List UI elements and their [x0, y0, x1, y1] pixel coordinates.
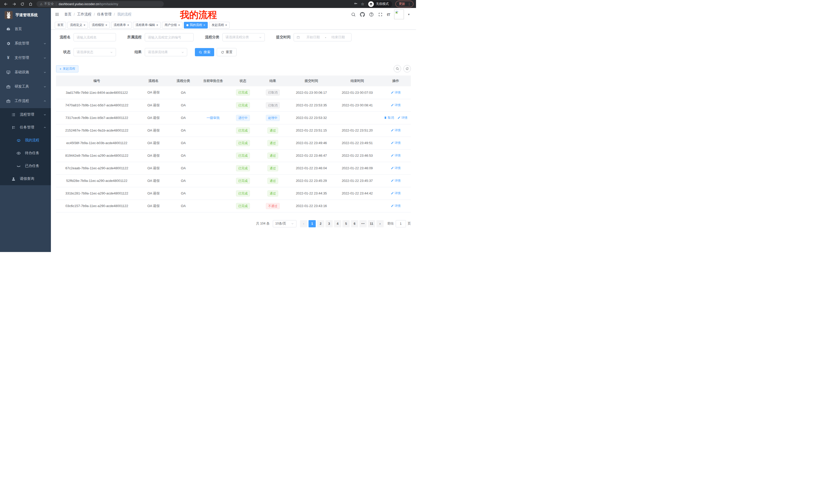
detail-button[interactable]: 详情 [391, 191, 401, 195]
tab-label: 发起流程 [212, 23, 224, 27]
cancel-button[interactable]: 取消 [384, 116, 394, 120]
sidebar-item-workflow[interactable]: 工作流程 [0, 94, 51, 108]
security-warning-icon[interactable]: ⚠ [40, 2, 43, 6]
refresh-table-button[interactable] [404, 65, 411, 73]
parent-process-input[interactable] [145, 33, 193, 41]
status-label: 状态 [56, 50, 71, 54]
help-icon[interactable] [369, 12, 374, 17]
pager-ellipsis[interactable]: ••• [359, 220, 367, 227]
row-submit-time: 2022-01-22 23:43:16 [289, 200, 334, 212]
sidebar-item-process-management[interactable]: 流程管理 [0, 108, 51, 121]
sidebar-item-todo-tasks[interactable]: 待办任务 [0, 147, 51, 160]
tab-process-definition[interactable]: 流程定义 × [67, 22, 88, 29]
sidebar-item-task-management[interactable]: 任务管理 [0, 121, 51, 134]
reload-icon[interactable] [19, 1, 26, 7]
pager-page-2[interactable]: 2 [317, 220, 324, 227]
password-key-icon[interactable] [354, 2, 358, 6]
update-label: 更新 [399, 2, 405, 6]
pager-page-5[interactable]: 5 [342, 220, 350, 227]
pager-prev-button[interactable]: ‹ [300, 220, 307, 227]
pager-page-6[interactable]: 6 [351, 220, 358, 227]
date-end-placeholder[interactable]: 结束日期 [328, 35, 349, 39]
start-process-button[interactable]: + 发起流程 [56, 65, 78, 73]
search-button[interactable]: 搜索 [195, 48, 214, 56]
breadcrumb-my-process: 我的流程 [117, 12, 132, 17]
detail-button[interactable]: 详情 [391, 90, 401, 95]
tab-close-icon[interactable]: × [225, 24, 227, 27]
sidebar-item-system[interactable]: 系统管理 [0, 36, 51, 51]
row-submit-time: 2022-01-22 23:46:47 [289, 149, 334, 162]
tab-close-icon[interactable]: × [156, 24, 158, 27]
browser-menu-icon[interactable]: ⋮ [408, 2, 411, 6]
home-icon[interactable] [27, 1, 34, 7]
chevron-down-icon [259, 36, 262, 39]
row-current-task [197, 162, 229, 174]
sidebar-item-infrastructure[interactable]: 基础设施 [0, 65, 51, 79]
forward-icon[interactable] [11, 1, 18, 7]
current-task-link[interactable]: 一级审批 [206, 116, 220, 120]
github-icon[interactable] [360, 12, 365, 17]
toggle-search-button[interactable] [394, 65, 401, 73]
address-bar[interactable]: ⚠ 不安全 dashboard.yudao.iocoder.cn/bpm/tas… [36, 1, 164, 7]
tab-user-group[interactable]: 用户分组 × [162, 22, 183, 29]
detail-button[interactable]: 详情 [391, 166, 401, 170]
breadcrumb-task-management[interactable]: 任务管理 [97, 12, 111, 17]
sidebar-item-my-process[interactable]: 我的流程 [0, 134, 51, 147]
detail-button[interactable]: 详情 [397, 116, 408, 120]
detail-button[interactable]: 详情 [391, 178, 401, 183]
tab-process-form[interactable]: 流程表单 × [111, 22, 132, 29]
sidebar-item-done-tasks[interactable]: 已办任务 [0, 160, 51, 172]
tab-process-form-edit[interactable]: 流程表单-编辑 × [133, 22, 161, 29]
date-start-placeholder[interactable]: 开始日期 [303, 35, 323, 39]
goto-page-input[interactable] [396, 220, 406, 227]
security-label[interactable]: 不安全 [44, 2, 54, 6]
tab-close-icon[interactable]: × [203, 24, 205, 27]
tab-process-model[interactable]: 流程模型 × [89, 22, 110, 29]
incognito-badge[interactable]: 无痕模式 [368, 1, 392, 7]
submit-time-range-picker[interactable]: 开始日期 - 结束日期 [294, 33, 352, 41]
pager-next-button[interactable]: › [376, 220, 384, 227]
row-end-time: 2022-01-22 23:45:37 [334, 174, 381, 187]
detail-button[interactable]: 详情 [391, 103, 401, 107]
sidebar-item-home[interactable]: 首页 [0, 22, 51, 36]
browser-update-button[interactable]: 更新 ⋮ [395, 1, 413, 7]
detail-button[interactable]: 详情 [391, 128, 401, 133]
pager-page-11[interactable]: 11 [368, 220, 375, 227]
process-name-input[interactable] [74, 33, 116, 41]
tab-close-icon[interactable]: × [127, 24, 129, 27]
pager-page-4[interactable]: 4 [334, 220, 341, 227]
page-size-select[interactable]: 10条/页 [273, 220, 296, 227]
tab-close-icon[interactable]: × [178, 24, 180, 27]
reset-button[interactable]: 重置 [217, 48, 237, 56]
back-icon[interactable] [3, 1, 9, 7]
bookmark-star-icon[interactable]: ☆ [361, 2, 364, 6]
avatar[interactable] [394, 9, 404, 19]
detail-button[interactable]: 详情 [391, 153, 401, 158]
avatar-caret-icon[interactable]: ▾ [408, 12, 410, 16]
sidebar-item-payment[interactable]: ¥ 支付管理 [0, 51, 51, 65]
detail-button[interactable]: 详情 [391, 204, 401, 208]
sidebar-collapse-icon[interactable] [55, 11, 60, 17]
sidebar-item-devtools[interactable]: 研发工具 [0, 79, 51, 94]
pager-page-3[interactable]: 3 [326, 220, 333, 227]
tab-home[interactable]: 首页 [55, 22, 66, 29]
tab-close-icon[interactable]: × [83, 24, 85, 27]
breadcrumb-home[interactable]: 首页 [64, 12, 72, 17]
font-size-icon[interactable]: tT [387, 12, 390, 17]
breadcrumb-workflow[interactable]: 工作流程 [77, 12, 92, 17]
search-icon[interactable] [351, 12, 356, 17]
tab-my-process[interactable]: 我的流程 × [184, 22, 208, 29]
process-category-select[interactable]: 请选择流程分类 [223, 33, 265, 41]
result-select[interactable]: 请选择流结果 [145, 48, 187, 56]
pager-page-1[interactable]: 1 [309, 220, 316, 227]
tab-start-process[interactable]: 发起流程 × [209, 22, 230, 29]
table-header-row: 编号 流程名 流程分类 当前审批任务 状态 结果 提交时间 结束时间 操作 [56, 76, 411, 86]
sidebar-item-label: 首页 [15, 27, 22, 31]
sidebar-item-leave-query[interactable]: 请假查询 [0, 172, 51, 185]
status-select[interactable]: 请选择状态 [74, 48, 116, 56]
detail-button[interactable]: 详情 [391, 141, 401, 145]
row-category: OA [170, 174, 197, 187]
status-badge: 已完成 [236, 140, 250, 146]
fullscreen-icon[interactable] [378, 12, 383, 17]
tab-close-icon[interactable]: × [105, 24, 107, 27]
